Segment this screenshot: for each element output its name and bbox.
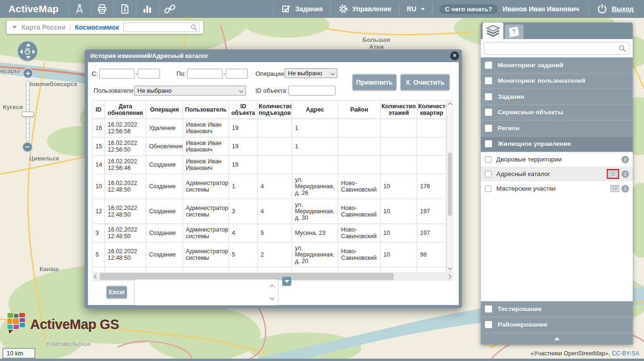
layer-group[interactable]: Мониторинг заданий [481, 57, 633, 73]
map-label-komsomolskoye: Комсомольское [46, 340, 91, 347]
column-header[interactable]: Количество этажей [381, 101, 417, 119]
layer-group[interactable]: Задания [481, 89, 633, 105]
operations-select[interactable]: Не выбрано [285, 68, 337, 78]
table-row[interactable]: 1016.02.2022 12:48:50СозданиеАдминистрат… [93, 174, 446, 199]
open-table-icon[interactable] [611, 185, 619, 192]
zoom-slider-handle[interactable] [22, 112, 34, 117]
pan-up-icon[interactable] [26, 43, 31, 46]
spin-down-icon[interactable] [270, 296, 275, 300]
share-link-button[interactable] [159, 0, 181, 18]
table-row[interactable]: 316.02.2022 12:48:50СозданиеАдминистрато… [93, 224, 446, 242]
scroll-left-icon[interactable] [94, 274, 99, 279]
checkbox[interactable] [485, 156, 492, 163]
checkbox[interactable] [485, 305, 492, 313]
basemap-map-option[interactable]: Карта России [22, 24, 66, 31]
zoom-slider-track[interactable] [26, 81, 30, 141]
layer-group[interactable]: Тестирование [481, 301, 633, 317]
onboarding-button[interactable]: С чего начать? [439, 4, 498, 14]
column-header[interactable]: ID объекта [229, 101, 258, 119]
notes-textarea[interactable] [134, 279, 278, 305]
column-header[interactable]: Район [338, 101, 381, 119]
layer-group[interactable]: Регион [481, 120, 633, 136]
from-date-input[interactable] [99, 69, 135, 79]
to-time-input[interactable] [226, 69, 248, 79]
layer-group[interactable]: Мониторинг пользователей [481, 73, 633, 89]
layer-search-input[interactable] [484, 42, 629, 55]
layer-group[interactable]: Районирование [481, 317, 633, 333]
reference-button[interactable] [114, 0, 136, 18]
table-row[interactable]: 1216.02.2022 12:48:50СозданиеАдминистрат… [93, 199, 446, 224]
measure-button[interactable] [69, 0, 91, 18]
column-header[interactable]: Количество подъездов [258, 101, 292, 119]
scroll-right-icon[interactable] [447, 274, 452, 279]
scroll-down-icon[interactable] [447, 265, 452, 270]
print-button[interactable] [91, 0, 113, 18]
checkbox[interactable] [485, 185, 492, 192]
logout-button[interactable]: Выход [589, 0, 644, 18]
checkbox[interactable] [485, 77, 492, 84]
tasks-button[interactable]: Задания [274, 0, 330, 18]
layer-search-row [481, 39, 633, 57]
open-table-icon[interactable] [609, 170, 617, 177]
column-header[interactable]: Операция [146, 101, 183, 119]
scroll-up-icon[interactable] [447, 103, 452, 107]
checkbox[interactable] [485, 62, 492, 69]
spin-up-icon[interactable] [270, 285, 275, 289]
column-header[interactable]: Дата обновления [105, 101, 146, 119]
checkbox[interactable] [485, 109, 492, 116]
layer-item[interactable]: Дворовые территорииi [481, 152, 633, 167]
apply-button[interactable]: Применить [352, 74, 397, 90]
table-row[interactable]: 516.02.2022 12:48:50СозданиеАдминистрато… [93, 242, 446, 267]
pan-left-icon[interactable] [20, 49, 23, 54]
tab-legend[interactable]: ? [505, 24, 524, 39]
checkbox[interactable] [485, 171, 492, 177]
column-header[interactable]: ID [93, 101, 105, 119]
panel-collapse-button[interactable] [481, 333, 633, 345]
dialog-title[interactable]: История изменений/Адресный каталог [85, 49, 462, 62]
checkbox[interactable] [485, 321, 492, 328]
tab-layers[interactable] [483, 23, 503, 39]
map-pan-control[interactable] [17, 40, 38, 62]
table-row[interactable]: 1616.02.2022 12:56:56УдалениеИванов Иван… [93, 119, 446, 137]
users-select[interactable]: Не выбрано [134, 86, 246, 96]
column-header[interactable]: Количество квартир [417, 101, 446, 119]
to-date-input[interactable] [187, 69, 223, 79]
column-header[interactable]: Пользователь [183, 101, 229, 119]
pan-right-icon[interactable] [32, 49, 35, 54]
scrollbar-thumb[interactable] [448, 152, 452, 216]
info-icon[interactable]: i [621, 185, 629, 193]
dash: - [223, 70, 225, 77]
info-icon[interactable]: i [621, 156, 629, 163]
from-time-input[interactable] [138, 69, 160, 79]
pan-down-icon[interactable] [26, 56, 31, 59]
basemap-satellite-option[interactable]: Космоснимок [75, 24, 119, 31]
management-button[interactable]: Управление [331, 0, 399, 18]
language-selector[interactable]: RU [399, 0, 432, 18]
table-vertical-scrollbar[interactable] [446, 100, 453, 272]
excel-export-button[interactable]: Excel [106, 286, 127, 298]
zoom-in-button[interactable]: + [23, 68, 33, 79]
textarea-spinner[interactable] [269, 280, 276, 305]
table-cell: 5 [93, 242, 105, 267]
table-row[interactable]: 1416.02.2022 12:56:46СозданиеИванов Иван… [93, 156, 446, 174]
checkbox[interactable] [485, 93, 492, 100]
clear-button[interactable]: X Очистить [400, 74, 450, 90]
object-id-input[interactable] [288, 86, 335, 96]
layer-group[interactable]: Жилищное управление [481, 136, 633, 152]
checkbox[interactable] [485, 125, 492, 132]
table-row[interactable]: 1516.02.2022 12:56:50ОбновлениеИванов Ив… [93, 137, 446, 156]
checkbox[interactable] [485, 140, 492, 147]
column-header[interactable]: Адрес [292, 101, 338, 119]
license-link[interactable]: CC-BY-SA [612, 350, 639, 357]
info-icon[interactable]: i [621, 170, 629, 178]
collapse-dropdown-button[interactable] [282, 277, 291, 286]
zoom-out-button[interactable]: − [22, 142, 33, 152]
layer-item[interactable]: Адресный каталогi [481, 167, 633, 181]
chevron-down-icon[interactable] [12, 26, 17, 29]
layer-group[interactable]: Сервисные объекты [481, 105, 633, 121]
layer-item[interactable]: Мастерские участкиi [481, 181, 633, 196]
user-name[interactable]: Иванов Иван Иванович [498, 5, 587, 13]
map-search-input[interactable] [123, 23, 199, 32]
statistics-button[interactable] [136, 0, 159, 18]
close-icon[interactable]: × [450, 51, 459, 60]
